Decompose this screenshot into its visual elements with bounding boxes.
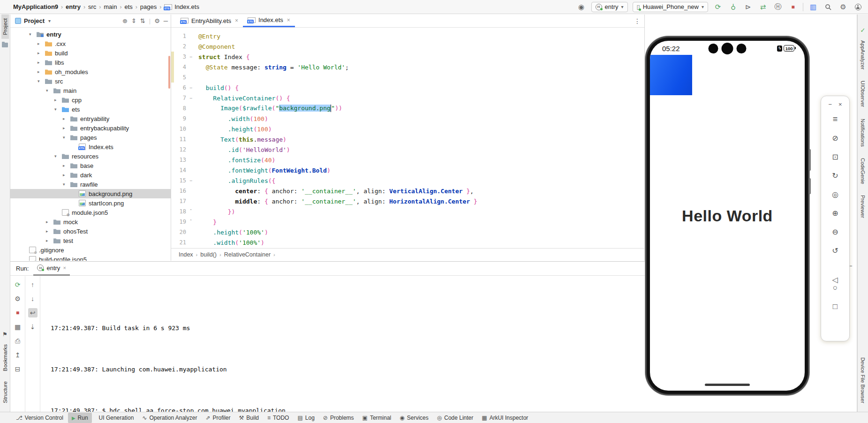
locate-file-icon[interactable]: ⊕ [122, 17, 128, 24]
tree-row[interactable]: background.png [10, 189, 171, 198]
sync[interactable] [830, 170, 841, 181]
tree-chevron-icon[interactable]: ▸ [63, 163, 70, 168]
tree-chevron-icon[interactable]: ▸ [38, 41, 45, 46]
right-strip-tab[interactable]: Notifications [860, 119, 866, 147]
locate[interactable] [830, 189, 841, 200]
device-manager-button[interactable]: ▥ [808, 2, 818, 12]
code-line[interactable]: 10 .height(100) [171, 124, 644, 134]
tree-chevron-icon[interactable]: ▾ [54, 154, 62, 159]
tree-row[interactable]: ▸ mock [10, 217, 171, 227]
code-line[interactable]: 18ˆ }) [171, 206, 644, 217]
code-line[interactable]: 6− build() { [171, 83, 644, 93]
tree-row[interactable]: .gitignore [10, 245, 171, 255]
app-h-button[interactable]: Ⓗ [773, 2, 783, 12]
status-bar-item[interactable]: Version Control [12, 413, 67, 423]
tree-row[interactable]: ▸ base [10, 161, 171, 170]
chevron-down-icon[interactable]: ▾ [48, 18, 51, 23]
code-line[interactable]: 19ˆ } [171, 217, 644, 227]
tree-row[interactable]: ▾ entry [10, 30, 171, 39]
tree-row[interactable]: module.json5 [10, 208, 171, 217]
sidebar-tab-device-file-browser[interactable]: Device File Browser [860, 357, 866, 403]
code-editor[interactable]: 1@Entry2@Component3−struct Index {4 @Sta… [171, 28, 644, 248]
code-line[interactable]: 5 [171, 72, 644, 83]
tree-row[interactable]: ▾ resources [10, 151, 171, 161]
breadcrumb-file[interactable]: Index.ets [164, 3, 199, 10]
attach-debugger-button[interactable]: ⊳ [743, 2, 753, 12]
volume-up[interactable] [830, 207, 841, 219]
tree-chevron-icon[interactable]: ▸ [38, 69, 45, 74]
tree-chevron-icon[interactable]: ▾ [46, 88, 53, 93]
status-bar-item[interactable]: Services [396, 413, 432, 423]
tree-chevron-icon[interactable]: ▾ [63, 135, 70, 140]
tree-row[interactable]: ▾ ets [10, 105, 171, 114]
code-line[interactable]: 2@Component [171, 41, 644, 52]
status-bar-item[interactable]: Profiler [202, 413, 234, 423]
build-settings-icon[interactable]: ⚙ [13, 294, 23, 303]
code-line[interactable]: 17 middle: { anchor: '__container__', al… [171, 196, 644, 206]
home-indicator[interactable] [705, 384, 750, 386]
tree-row[interactable]: ▾ main [10, 86, 171, 95]
settings-button[interactable]: ⚙ [838, 2, 848, 12]
print-icon[interactable]: ⎙ [13, 336, 23, 346]
code-line[interactable]: 8 Image($rawfile("background.png")) [171, 103, 644, 113]
code-line[interactable]: 21 .width('100%') [171, 237, 644, 248]
fold-marker-icon[interactable]: − [186, 178, 196, 183]
inspections-ok-icon[interactable]: ✓ [860, 27, 866, 34]
status-bar-item[interactable]: Problems [319, 413, 358, 423]
code-line[interactable]: 16 center: { anchor: '__container__', al… [171, 186, 644, 196]
tree-row[interactable]: ▸ dark [10, 170, 171, 180]
debug-button[interactable]: ⚲ [728, 2, 738, 12]
sidebar-tab-structure[interactable]: Structure [1, 378, 9, 407]
breadcrumb-item[interactable]: src [88, 3, 96, 10]
tree-chevron-icon[interactable]: ▾ [54, 107, 62, 112]
breadcrumb-item[interactable]: MyApplication9 [13, 3, 58, 10]
fold-marker-icon[interactable]: − [186, 96, 196, 101]
breadcrumb-item[interactable]: pages [140, 3, 157, 10]
code-line[interactable]: 4 @State message: string = 'Hello World'… [171, 62, 644, 72]
project-panel-title[interactable]: Project [24, 17, 45, 24]
status-bar-item[interactable]: Log [294, 413, 318, 423]
tree-row[interactable]: ▾ pages [10, 133, 171, 142]
device-selector[interactable]: ▯ Huawei_Phone_new ▾ [633, 2, 708, 12]
editor-tab[interactable]: EntryAbility.ets × [176, 14, 243, 27]
tree-chevron-icon[interactable]: ▾ [38, 79, 45, 83]
tree-row[interactable]: ▸ test [10, 236, 171, 245]
right-strip-tab[interactable]: CodeGenie [860, 158, 866, 184]
tree-chevron-icon[interactable]: ▾ [29, 32, 37, 37]
annotation-off[interactable] [830, 132, 841, 144]
close-icon[interactable]: × [235, 17, 238, 24]
tree-chevron-icon[interactable]: ▸ [38, 60, 45, 65]
status-bar-item[interactable]: ArkUI Inspector [478, 413, 532, 423]
tree-chevron-icon[interactable]: ▸ [46, 229, 53, 234]
rerun-icon[interactable]: ⟳ [13, 280, 23, 289]
status-bar-item[interactable]: Build [235, 413, 263, 423]
close-icon[interactable]: × [287, 17, 290, 23]
right-strip-tab[interactable]: UIObserver [860, 81, 866, 107]
back[interactable] [830, 264, 841, 275]
code-line[interactable]: 7− RelativeContainer() { [171, 93, 644, 103]
panel-hide-icon[interactable]: ─ [164, 17, 168, 24]
rotate[interactable] [830, 245, 841, 256]
editor-breadcrumb-item[interactable]: Index [179, 251, 193, 258]
right-strip-tab[interactable]: AppAnalyzer [860, 40, 866, 69]
status-bar-item[interactable]: UI Generation [93, 413, 138, 423]
project-scrollbar[interactable] [168, 56, 170, 89]
module-selector[interactable]: H entry ▾ [591, 2, 628, 12]
fold-marker-icon[interactable]: − [186, 54, 196, 60]
next-occurrence-icon[interactable]: ↓ [28, 294, 38, 303]
expand-all-icon[interactable]: ⇕ [131, 17, 136, 24]
code-line[interactable]: 11 Text(this.message) [171, 134, 644, 144]
editor-breadcrumb-item[interactable]: RelativeContainer [224, 251, 271, 258]
editor-tab[interactable]: Index.ets × [243, 14, 295, 27]
editor-breadcrumb-item[interactable]: build() [200, 251, 217, 258]
sidebar-tab-project[interactable]: Project [1, 15, 9, 39]
run-configuration-icon[interactable]: ◉ [576, 2, 587, 12]
code-line[interactable]: 9 .width(100) [171, 113, 644, 124]
fold-marker-icon[interactable]: ˆ [186, 209, 196, 214]
tree-row[interactable]: build-profile.json5 [10, 255, 171, 261]
breadcrumb-item[interactable]: main [104, 3, 117, 10]
fold-marker-icon[interactable]: − [186, 85, 196, 91]
menu[interactable] [830, 113, 841, 125]
tree-chevron-icon[interactable]: ▸ [46, 238, 53, 243]
tree-row[interactable]: ▸ .cxx [10, 39, 171, 48]
